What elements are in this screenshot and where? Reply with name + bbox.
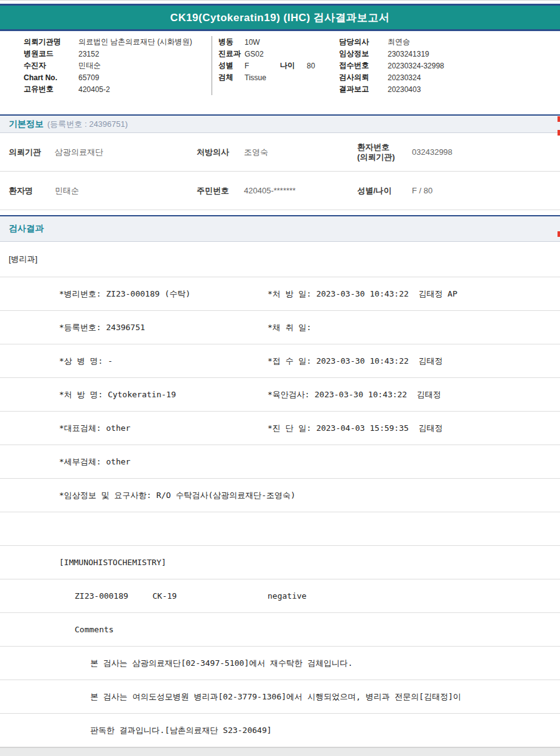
detail-row: *등록번호: 24396751 *채 취 일: [0, 311, 560, 344]
field-value: 20230324 [388, 73, 421, 82]
header-row: Chart No. 65709 [24, 71, 212, 83]
field-value: 20230403 [388, 85, 421, 94]
detail-right: *육안검사: 2023-03-30 10:43:22 김태정 [268, 389, 560, 400]
detail-row: *임상정보 및 요구사항: R/O 수탁검사(삼광의료재단-조영숙) [0, 479, 560, 512]
field-label: 환자번호 (의뢰기관) [357, 142, 412, 162]
field-value: 420405-2 [78, 85, 110, 94]
field-label: 진료과 [218, 48, 245, 59]
field-label: 환자명 [9, 186, 55, 196]
detail-row: *세부검체: other [0, 445, 560, 479]
edge-red-mark [558, 130, 560, 136]
section-subtitle: (등록번호 : 24396751) [47, 119, 128, 130]
footer-strip [0, 747, 560, 756]
header-row: 접수번호 20230324-32998 [339, 60, 560, 71]
comments-label: Comments [75, 625, 114, 634]
edge-red-mark [558, 116, 560, 122]
header-row: 의뢰기관명 의료법인 남촌의료재단 (시화병원) [24, 36, 212, 48]
detail-left: *대표검체: other [59, 423, 268, 434]
basic-info-row: 환자명 민태순 주민번호 420405-******* 성별/나이 F / 80 [0, 172, 560, 210]
field-value: 80 [307, 62, 315, 70]
detail-left: *임상정보 및 요구사항: R/O 수탁검사(삼광의료재단-조영숙) [59, 490, 268, 501]
field-label: 담당의사 [339, 37, 388, 47]
field-label: 의뢰기관 [9, 147, 55, 157]
field-value: 032432998 [412, 147, 560, 157]
ihc-result-row: ZI23-000189 CK-19 negative [0, 579, 560, 613]
header-row: 고유번호 420405-2 [24, 83, 212, 95]
results-section-header: 검사결과 [0, 215, 560, 242]
field-value: GS02 [245, 50, 264, 58]
report-title: CK19(Cytokeratin19) (IHC) 검사결과보고서 [170, 11, 390, 25]
field-value: 2303241319 [388, 50, 429, 58]
field-label: 수진자 [24, 60, 78, 71]
detail-row: *처 방 명: Cytokeratin-19 *육안검사: 2023-03-30… [0, 378, 560, 412]
detail-row: *대표검체: other *진 단 일: 2023-04-03 15:59:35… [0, 412, 560, 445]
detail-right: *처 방 일: 2023-03-30 10:43:22 김태정 AP [268, 288, 560, 300]
ihc-header-row: [IMMUNOHISTOCHEMISTRY] [0, 546, 560, 579]
field-label-line: (의뢰기관) [357, 152, 395, 162]
field-value: F / 80 [412, 186, 560, 195]
field-label: 처방의사 [197, 147, 244, 157]
detail-left: *상 병 명: - [59, 356, 268, 367]
edge-red-mark [558, 231, 560, 237]
header-row: 검체 Tissue [218, 71, 339, 83]
field-label: 결과보고 [339, 84, 388, 94]
field-label: Chart No. [24, 73, 78, 82]
report-page: CK19(Cytokeratin19) (IHC) 검사결과보고서 의뢰기관명 … [0, 0, 560, 756]
detail-right: *채 취 일: [268, 322, 560, 333]
header-row: 결과보고 20230403 [339, 83, 560, 95]
basic-info-section-header: 기본정보 (등록번호 : 24396751) [0, 114, 560, 133]
field-label: 검체 [218, 72, 245, 83]
section-title: 기본정보 [9, 119, 44, 130]
detail-left: *등록번호: 24396751 [59, 322, 268, 333]
field-value: 최연승 [388, 37, 410, 47]
detail-row: *병리번호: ZI23-000189 (수탁) *처 방 일: 2023-03-… [0, 277, 560, 311]
header-row: 수진자 민태순 [24, 60, 212, 71]
header-row: 병원코드 23152 [24, 48, 212, 60]
specimen-number: ZI23-000189 [75, 591, 152, 601]
comments-label-row: Comments [0, 613, 560, 647]
comment-row: 본 검사는 여의도성모병원 병리과[02-3779-1306]에서 시행되었으며… [0, 680, 560, 714]
comment-row: 판독한 결과입니다.[남촌의료재단 S23-20649] [0, 714, 560, 747]
comment-row: 본 검사는 삼광의료재단[02-3497-5100]에서 재수탁한 검체입니다. [0, 647, 560, 680]
department-row: [병리과] [0, 242, 560, 277]
field-value: Tissue [245, 73, 266, 82]
field-value: 23152 [78, 50, 99, 58]
detail-right: *접 수 일: 2023-03-30 10:43:22 김태정 [268, 356, 560, 367]
header-row: 담당의사 최연승 [339, 36, 560, 48]
field-label: 고유번호 [24, 84, 78, 94]
basic-info-row: 의뢰기관 삼광의료재단 처방의사 조영숙 환자번호 (의뢰기관) 0324329… [0, 133, 560, 172]
header-middle-column: 병동 10W 진료과 GS02 성별 F 나이 80 검체 Tissue [212, 36, 339, 95]
field-label: 검사의뢰 [339, 72, 388, 83]
section-title: 검사결과 [9, 223, 44, 234]
header-right-column: 담당의사 최연승 임상정보 2303241319 접수번호 20230324-3… [339, 36, 560, 95]
field-label: 병동 [218, 37, 245, 47]
test-name: CK-19 [152, 591, 268, 601]
field-value: 삼광의료재단 [55, 147, 197, 158]
field-value: 조영숙 [244, 147, 357, 158]
field-value: 민태순 [55, 185, 197, 196]
field-label: 성별 [218, 60, 245, 71]
header-row: 진료과 GS02 [218, 48, 339, 60]
field-value: 의료법인 남촌의료재단 (시화병원) [78, 37, 192, 47]
comment-text: 판독한 결과입니다.[남촌의료재단 S23-20649] [90, 725, 272, 736]
field-label: 성별/나이 [357, 186, 412, 196]
field-label: 병원코드 [24, 48, 78, 59]
header-row: 임상정보 2303241319 [339, 48, 560, 60]
header-row: 검사의뢰 20230324 [339, 71, 560, 83]
test-result: negative [268, 591, 560, 601]
detail-right: *진 단 일: 2023-04-03 15:59:35 김태정 [268, 423, 560, 434]
field-value: 민태순 [78, 60, 101, 71]
department-label: [병리과] [9, 254, 37, 265]
field-value: 10W [245, 38, 260, 47]
ihc-header-label: [IMMUNOHISTOCHEMISTRY] [59, 558, 166, 567]
field-value: F [245, 62, 280, 70]
header-left-column: 의뢰기관명 의료법인 남촌의료재단 (시화병원) 병원코드 23152 수진자 … [24, 36, 212, 95]
field-label: 임상정보 [339, 48, 388, 59]
field-label: 접수번호 [339, 60, 388, 71]
field-label-line: 환자번호 [357, 142, 390, 152]
header-row: 성별 F 나이 80 [218, 60, 339, 71]
field-label: 의뢰기관명 [24, 37, 78, 47]
detail-left: *병리번호: ZI23-000189 (수탁) [59, 288, 268, 300]
comment-text: 본 검사는 삼광의료재단[02-3497-5100]에서 재수탁한 검체입니다. [90, 658, 353, 669]
field-label: 주민번호 [197, 186, 244, 196]
